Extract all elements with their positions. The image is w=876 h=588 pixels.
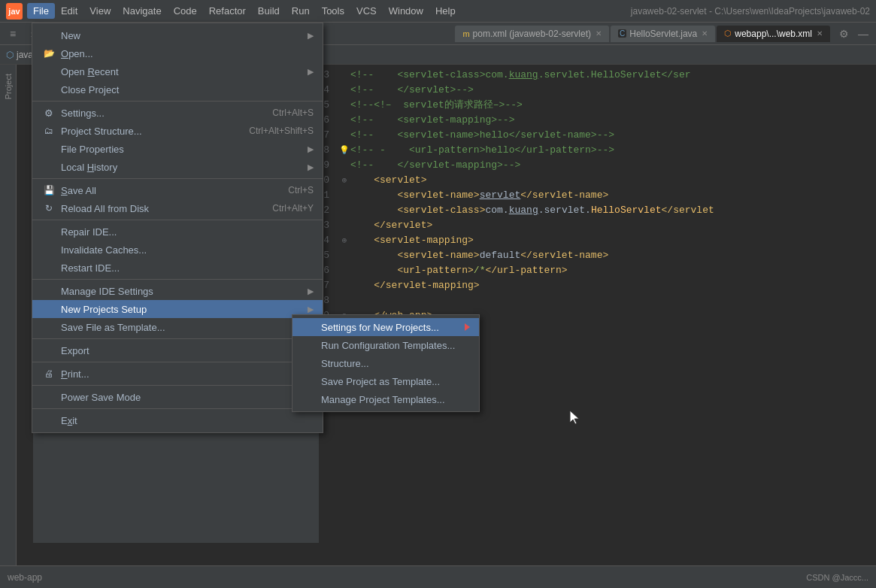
code-line-24: 24 ⊕ <servlet-mapping> [302, 233, 876, 248]
settings-new-label: Settings for New Projects... [321, 322, 462, 333]
menu-item-file-properties[interactable]: File Properties ▶ [32, 140, 323, 158]
menu-build[interactable]: Build [252, 3, 286, 19]
settings-label: Settings... [61, 108, 272, 119]
menu-tools[interactable]: Tools [316, 3, 350, 19]
tab-helloservlet[interactable]: C HelloServlet.java ✕ [611, 26, 715, 42]
new-projects-arrow: ▶ [308, 305, 314, 314]
menu-code[interactable]: Code [168, 3, 203, 19]
code-line-14: 14 <!-- </servlet>--> [302, 83, 876, 98]
menu-item-open-recent[interactable]: Open Recent ▶ [32, 62, 323, 80]
file-properties-arrow: ▶ [308, 144, 314, 154]
status-left: web-app [8, 572, 42, 583]
save-all-shortcut: Ctrl+S [288, 185, 314, 195]
menu-item-save-all[interactable]: 💾 Save All Ctrl+S [32, 181, 323, 199]
menu-item-print[interactable]: 🖨 Print... [32, 365, 323, 383]
reload-label: Reload All from Disk [61, 203, 272, 214]
new-arrow: ▶ [308, 31, 314, 41]
settings-icon: ⚙ [41, 108, 56, 119]
submenu-item-manage-project-templates[interactable]: Manage Project Templates... [293, 390, 479, 408]
tab-pom-close[interactable]: ✕ [596, 29, 602, 38]
open-recent-arrow: ▶ [308, 67, 314, 77]
menu-item-local-history[interactable]: Local History ▶ [32, 158, 323, 176]
menu-help[interactable]: Help [429, 3, 462, 19]
open-label: Open... [61, 48, 314, 59]
menu-item-manage-ide[interactable]: Manage IDE Settings ▶ [32, 282, 323, 300]
tab-webxml[interactable]: ⬡ webapp\...\web.xml ✕ [717, 26, 830, 42]
submenu-item-settings-new[interactable]: Settings for New Projects... [293, 318, 479, 336]
status-right: CSDN @Jaccc... [806, 573, 868, 582]
new-projects-submenu: Settings for New Projects... Run Configu… [292, 314, 480, 412]
menu-item-exit[interactable]: Exit [32, 411, 323, 429]
tab-helloservlet-close[interactable]: ✕ [702, 29, 708, 38]
webxml-icon: ⬡ [724, 29, 732, 38]
menu-navigate[interactable]: Navigate [117, 3, 167, 19]
menu-item-invalidate[interactable]: Invalidate Caches... [32, 241, 323, 259]
local-history-arrow: ▶ [308, 162, 314, 172]
submenu-item-run-config[interactable]: Run Configuration Templates... [293, 336, 479, 354]
code-line-17: 17 <!-- <servlet-name>hello</servlet-nam… [302, 128, 876, 143]
code-line-16: 16 <!-- <servlet-mapping>--> [302, 113, 876, 128]
code-line-21: 21 <servlet-name>servlet</servlet-name> [302, 188, 876, 203]
menu-item-reload[interactable]: ↻ Reload All from Disk Ctrl+Alt+Y [32, 199, 323, 217]
new-label: New [61, 30, 302, 41]
menu-window[interactable]: Window [383, 3, 429, 19]
repair-label: Repair IDE... [61, 226, 314, 238]
separator-3 [32, 220, 323, 220]
manage-project-templates-label: Manage Project Templates... [321, 394, 470, 405]
file-menu: New ▶ 📂 Open... Open Recent ▶ Close Proj… [32, 23, 323, 433]
toolbar-settings-btn[interactable]: ⚙ [835, 25, 853, 43]
local-history-label: Local History [61, 162, 302, 173]
menu-edit[interactable]: Edit [55, 3, 83, 19]
left-sidebar: Project [0, 65, 17, 565]
menu-item-project-structure[interactable]: 🗂 Project Structure... Ctrl+Alt+Shift+S [32, 122, 323, 140]
pom-icon: m [462, 29, 469, 38]
reload-shortcut: Ctrl+Alt+Y [272, 203, 314, 214]
tab-webxml-close[interactable]: ✕ [817, 29, 823, 38]
export-label: Export [61, 345, 302, 356]
print-icon: 🖨 [41, 368, 56, 379]
menu-item-repair[interactable]: Repair IDE... [32, 223, 323, 241]
menu-view[interactable]: View [83, 3, 117, 19]
menu-item-new[interactable]: New ▶ [32, 26, 323, 44]
toolbar-minimize-btn[interactable]: — [854, 25, 872, 43]
menu-item-save-template[interactable]: Save File as Template... [32, 318, 323, 336]
submenu-item-structure[interactable]: Structure... [293, 354, 479, 372]
menu-item-power-save[interactable]: Power Save Mode [32, 388, 323, 406]
invalidate-label: Invalidate Caches... [61, 244, 314, 256]
menu-file[interactable]: File [27, 3, 55, 19]
menu-item-export[interactable]: Export ▶ [32, 341, 323, 359]
menu-run[interactable]: Run [286, 3, 316, 19]
save-all-icon: 💾 [41, 185, 56, 195]
toolbar-menu-btn[interactable]: ≡ [4, 25, 22, 43]
separator-7 [32, 385, 323, 386]
sidebar-tab-project[interactable]: Project [2, 68, 14, 105]
helloservlet-icon: C [618, 29, 626, 38]
separator-5 [32, 338, 323, 339]
tab-helloservlet-label: HelloServlet.java [629, 29, 697, 39]
tab-pom[interactable]: m pom.xml (javaweb-02-servlet) ✕ [455, 26, 609, 42]
separator-4 [32, 279, 323, 280]
save-project-template-label: Save Project as Template... [321, 376, 470, 387]
menu-item-new-projects[interactable]: New Projects Setup ▶ [32, 300, 323, 318]
power-save-label: Power Save Mode [61, 392, 314, 403]
submenu-item-save-project-template[interactable]: Save Project as Template... [293, 372, 479, 390]
file-properties-label: File Properties [61, 144, 302, 155]
menubar: jav File Edit View Navigate Code Refacto… [0, 0, 876, 23]
save-template-label: Save File as Template... [61, 322, 314, 333]
menu-item-open[interactable]: 📂 Open... [32, 44, 323, 62]
open-icon: 📂 [41, 48, 56, 59]
project-icon: ⬡ [6, 50, 14, 60]
print-label: Print... [61, 368, 314, 380]
menu-vcs[interactable]: VCS [350, 3, 383, 19]
menu-refactor[interactable]: Refactor [203, 3, 252, 19]
window-title: javaweb-02-servlet - C:\Users\wen\IdeaPr… [631, 6, 870, 17]
menu-item-settings[interactable]: ⚙ Settings... Ctrl+Alt+S [32, 104, 323, 122]
code-line-26: 26 <url-pattern>/*</url-pattern> [302, 263, 876, 278]
code-line-25: 25 <servlet-name>default</servlet-name> [302, 248, 876, 263]
menu-item-restart[interactable]: Restart IDE... [32, 259, 323, 277]
manage-ide-arrow: ▶ [308, 286, 314, 296]
code-line-23: 23 </servlet> [302, 218, 876, 233]
exit-label: Exit [61, 415, 314, 426]
menu-item-close-project[interactable]: Close Project [32, 80, 323, 99]
restart-label: Restart IDE... [61, 262, 314, 274]
